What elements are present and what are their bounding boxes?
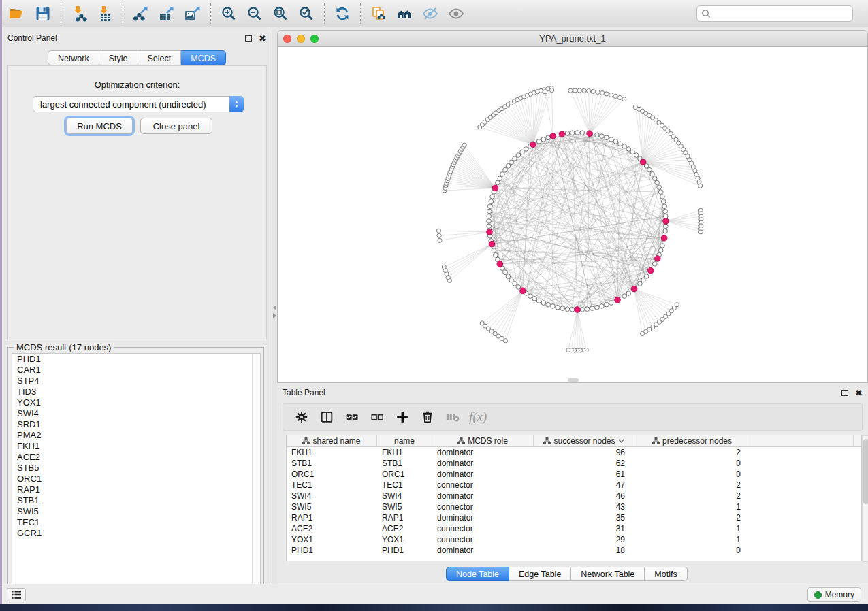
table-row[interactable]: TEC1TEC1connector472 [287, 480, 861, 491]
search-box[interactable] [696, 5, 853, 22]
ring-node[interactable] [513, 156, 517, 161]
result-item[interactable]: STB5 [12, 463, 260, 474]
satellite-node[interactable] [568, 88, 573, 93]
satellite-node[interactable] [573, 88, 577, 93]
ring-node[interactable] [500, 172, 505, 177]
gear-icon[interactable] [291, 408, 312, 427]
satellite-node[interactable] [609, 93, 613, 97]
close-panel-button[interactable]: Close panel [140, 118, 212, 134]
ring-node[interactable] [492, 248, 496, 253]
cell[interactable]: 18 [534, 545, 634, 556]
cell[interactable]: SWI5 [287, 501, 377, 512]
cell[interactable]: 96 [534, 447, 634, 458]
cell[interactable]: 47 [534, 480, 634, 491]
cell[interactable]: 61 [534, 469, 634, 480]
cell[interactable]: dominator [432, 458, 534, 469]
add-row-icon[interactable] [392, 408, 413, 427]
ring-node[interactable] [524, 147, 528, 152]
table-tab-node-table[interactable]: Node Table [446, 567, 509, 581]
ring-node[interactable] [630, 150, 635, 154]
cell[interactable]: 46 [534, 491, 634, 501]
cell[interactable]: RAP1 [287, 512, 377, 523]
ring-node[interactable] [503, 270, 508, 275]
tab-select[interactable]: Select [138, 50, 182, 65]
cell[interactable] [750, 534, 854, 545]
cell[interactable]: FKH1 [377, 447, 432, 458]
search-input[interactable] [713, 9, 848, 18]
export-table-icon[interactable] [155, 3, 178, 24]
cell[interactable] [750, 480, 854, 491]
vertical-splitter[interactable] [272, 30, 277, 584]
satellite-node[interactable] [438, 238, 442, 242]
ring-node[interactable] [662, 204, 667, 209]
cell[interactable]: SWI5 [377, 501, 432, 512]
satellite-node[interactable] [587, 89, 591, 93]
satellite-node[interactable] [613, 94, 617, 98]
function-builder-icon[interactable]: f(x) [469, 410, 487, 425]
result-item[interactable]: PMA2 [12, 430, 260, 441]
cell[interactable]: SWI4 [377, 491, 432, 501]
ring-node[interactable] [516, 285, 521, 290]
trash-icon[interactable] [417, 408, 438, 427]
mcds-result-list[interactable]: PHD1CAR1STP4TID3YOX1SWI4SRD1PMA2FKH1ACE2… [12, 353, 261, 596]
mcds-hub-node[interactable] [550, 133, 556, 139]
cell[interactable]: 62 [534, 458, 634, 469]
cell[interactable]: ACE2 [287, 523, 377, 534]
ring-node[interactable] [660, 244, 665, 248]
ring-node[interactable] [605, 302, 609, 307]
export-network-icon[interactable] [129, 3, 152, 24]
select-all-icon[interactable] [342, 408, 362, 427]
satellite-node[interactable] [622, 97, 626, 101]
ring-node[interactable] [498, 176, 502, 181]
ring-node[interactable] [516, 153, 521, 158]
ring-node[interactable] [513, 282, 517, 286]
result-item[interactable]: SWI5 [12, 506, 260, 517]
cell[interactable]: PHD1 [287, 545, 377, 556]
mcds-hub-node[interactable] [661, 235, 667, 242]
ring-node[interactable] [595, 133, 600, 137]
ring-node[interactable] [609, 301, 613, 306]
ring-node[interactable] [580, 307, 585, 312]
close-panel-icon[interactable]: ✖ [259, 34, 266, 43]
memory-button[interactable]: Memory [807, 587, 861, 602]
table-row[interactable]: RAP1RAP1dominator352 [287, 512, 861, 523]
mcds-hub-node[interactable] [489, 241, 495, 247]
cell[interactable] [750, 523, 854, 534]
ring-node[interactable] [506, 164, 511, 169]
result-item[interactable]: ACE2 [12, 452, 260, 463]
cell[interactable]: 29 [534, 534, 634, 545]
ring-node[interactable] [658, 248, 663, 253]
table-row[interactable]: SWI4SWI4dominator462 [287, 491, 861, 501]
table-row[interactable]: YOX1YOX1connector291 [287, 534, 861, 545]
satellite-node[interactable] [543, 90, 547, 94]
ring-node[interactable] [509, 278, 514, 282]
open-folder-icon[interactable] [5, 3, 29, 24]
ring-node[interactable] [570, 131, 575, 135]
satellite-node[interactable] [600, 90, 605, 95]
table-row[interactable]: FKH1FKH1dominator962 [287, 447, 861, 458]
cell[interactable]: ACE2 [377, 523, 432, 534]
tab-mcds[interactable]: MCDS [181, 50, 226, 65]
satellite-node[interactable] [617, 95, 622, 99]
hide-selected-icon[interactable] [419, 3, 442, 24]
cell[interactable] [750, 545, 854, 556]
ring-node[interactable] [503, 167, 508, 172]
table-row[interactable]: STB1STB1dominator620 [287, 458, 861, 469]
ring-node[interactable] [663, 209, 668, 214]
delete-table-icon[interactable] [443, 408, 463, 427]
ring-node[interactable] [487, 209, 492, 214]
mcds-hub-node[interactable] [575, 307, 581, 313]
result-item[interactable]: STB1 [12, 495, 260, 506]
node-table[interactable]: shared namenameMCDS rolesuccessor nodesp… [286, 435, 862, 561]
cell[interactable]: STB1 [377, 458, 432, 469]
table-tab-network-table[interactable]: Network Table [571, 567, 645, 581]
ring-node[interactable] [487, 214, 492, 218]
splitter-grip[interactable] [568, 378, 579, 382]
table-row[interactable]: ACE2ACE2connector311 [287, 523, 861, 534]
result-item[interactable]: STP4 [12, 376, 260, 386]
satellite-node[interactable] [698, 230, 703, 234]
cell[interactable]: connector [432, 523, 534, 534]
show-all-icon[interactable] [445, 3, 468, 24]
cell[interactable]: 0 [634, 545, 750, 556]
ring-node[interactable] [650, 172, 655, 177]
